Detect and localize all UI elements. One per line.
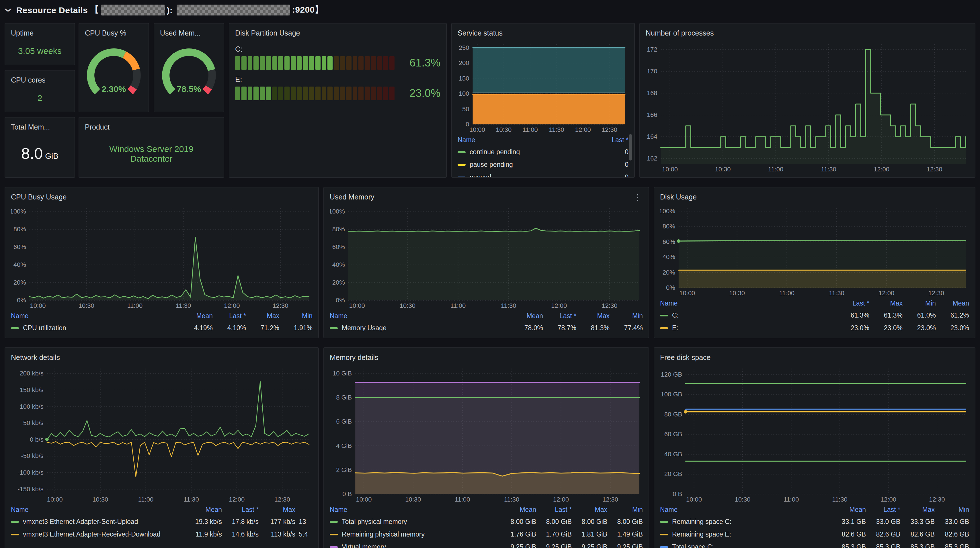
legend-series-name[interactable]: Memory Usage <box>330 324 510 331</box>
y-axis-tick-label: 100 GB <box>661 391 682 398</box>
legend-header[interactable]: Mean <box>185 506 222 513</box>
panel-title[interactable]: Uptime <box>11 29 33 37</box>
disk-usage-chart[interactable]: 100%80%60%40%20%0%10:0010:3011:0011:3012… <box>660 203 969 297</box>
led-bar <box>235 56 396 70</box>
panel-title[interactable]: Free disk space <box>660 354 711 362</box>
series-color-icon <box>660 546 668 548</box>
x-axis-tick-label: 11:30 <box>504 496 519 503</box>
x-axis-tick-label: 11:30 <box>821 166 836 173</box>
legend-scrollbar[interactable] <box>629 134 632 160</box>
legend-series-name[interactable]: Total space C: <box>660 543 832 548</box>
legend-header[interactable]: Min <box>607 506 643 513</box>
legend-series-name[interactable]: Remaining physical memory <box>330 531 501 538</box>
chart-canvas[interactable]: 200 kb/s150 kb/s100 kb/s50 kb/s0 b/s-50 … <box>11 364 312 504</box>
legend-header[interactable]: Mean <box>832 506 866 513</box>
panel-menu-icon[interactable]: ⋮ <box>633 193 643 201</box>
chart-canvas[interactable]: 100%80%60%40%20%0%10:0010:3011:0011:3012… <box>11 203 312 310</box>
legend-header[interactable]: Min <box>609 312 643 319</box>
panel-title[interactable]: Network details <box>11 354 60 362</box>
x-axis-tick-label: 11:00 <box>450 302 466 309</box>
legend-header[interactable]: Last * <box>866 506 900 513</box>
panel-title[interactable]: Product <box>85 123 110 131</box>
legend-series-name[interactable]: Total physical memory <box>330 518 501 525</box>
legend-series-name[interactable]: paused <box>458 174 597 178</box>
memory-details-chart[interactable]: 10 GiB8 GiB6 GiB4 GiB2 GiB0 B10:0010:301… <box>330 364 643 504</box>
chart-canvas[interactable]: 17217016816616416210:0010:3011:0011:3012… <box>646 40 969 174</box>
panel-title[interactable]: Number of processes <box>646 29 714 37</box>
panel-title[interactable]: Total Mem... <box>11 123 50 131</box>
cpu-busy-usage-chart[interactable]: 100%80%60%40%20%0%10:0010:3011:0011:3012… <box>11 203 312 310</box>
panel-title[interactable]: Disk Usage <box>660 193 697 201</box>
y-axis-tick-label: 8 GiB <box>336 394 352 401</box>
panel-title[interactable]: CPU cores <box>11 76 46 84</box>
legend-value: 23.0% <box>936 324 969 331</box>
legend-header[interactable]: Max <box>246 312 279 319</box>
legend-header[interactable]: Name <box>11 312 180 319</box>
legend-series-name[interactable]: E: <box>660 324 836 331</box>
legend-header[interactable]: Name <box>330 506 501 513</box>
legend-header[interactable]: Name <box>11 506 185 513</box>
legend-header[interactable]: Last * <box>597 137 628 143</box>
legend-header[interactable]: Mean <box>510 312 543 319</box>
legend-header[interactable]: Last * <box>213 312 246 319</box>
legend-header[interactable]: Max <box>869 300 903 307</box>
chart-canvas[interactable]: 120 GB100 GB80 GB60 GB40 GB20 GB0 B10:00… <box>660 364 969 504</box>
used-memory-chart[interactable]: 100%80%60%40%20%0%10:0010:3011:0011:3012… <box>330 203 643 310</box>
legend-header[interactable]: Last * <box>536 506 572 513</box>
legend-series-name[interactable]: CPU utilization <box>11 324 180 331</box>
panel-title[interactable]: Used Memory <box>330 193 374 201</box>
legend-row: E:23.0%23.0%23.0%23.0% <box>660 322 969 334</box>
legend-series-name[interactable]: continue pending <box>458 148 597 155</box>
legend-series-name[interactable]: C: <box>660 312 836 319</box>
network-details-chart[interactable]: 200 kb/s150 kb/s100 kb/s50 kb/s0 b/s-50 … <box>11 364 312 504</box>
processes-chart[interactable]: 17217016816616416210:0010:3011:0011:3012… <box>646 40 969 174</box>
legend-series-name[interactable]: Virtual memory <box>330 543 501 548</box>
panel-title[interactable]: Used Mem... <box>160 29 201 37</box>
legend-header[interactable]: Max <box>259 506 295 513</box>
legend-header[interactable]: Mean <box>180 312 213 319</box>
y-axis-tick-label: 6 GiB <box>336 418 352 425</box>
legend-header[interactable]: Max <box>900 506 935 513</box>
network-details-legend: NameMeanLast *Maxvmxnet3 Ethernet Adapte… <box>11 504 312 540</box>
legend-series-name[interactable]: pause pending <box>458 161 597 168</box>
panel-title[interactable]: Memory details <box>330 354 379 362</box>
legend-header[interactable]: Name <box>660 300 836 307</box>
legend-header[interactable]: Min <box>903 300 936 307</box>
service-status-chart[interactable]: 25020015010050010:0010:3011:0011:3012:00… <box>458 40 628 134</box>
legend-header[interactable]: Name <box>660 506 832 513</box>
chevron-down-icon[interactable]: ❯ <box>5 7 12 12</box>
legend-header[interactable]: Mean <box>501 506 536 513</box>
legend-value: 0 <box>597 161 628 168</box>
legend-header[interactable]: Name <box>330 312 510 319</box>
legend-series-name[interactable]: vmxnet3 Ethernet Adapter-Sent-Upload <box>11 518 185 525</box>
panel-title[interactable]: CPU Busy % <box>85 29 126 37</box>
y-axis-tick-label: 0% <box>336 297 345 304</box>
legend-series-name[interactable]: vmxnet3 Ethernet Adapter-Received-Downlo… <box>11 531 185 538</box>
led-cell <box>242 87 247 100</box>
legend-header[interactable]: Min <box>935 506 969 513</box>
legend-series-name[interactable]: Remaining space E: <box>660 531 832 538</box>
legend-value: 23.0% <box>869 324 903 331</box>
panel-title[interactable]: CPU Busy Usage <box>11 193 67 201</box>
led-cell <box>340 56 345 70</box>
chart-canvas[interactable]: 10 GiB8 GiB6 GiB4 GiB2 GiB0 B10:0010:301… <box>330 364 643 504</box>
row-title[interactable]: Resource Details <box>16 5 88 14</box>
legend-header[interactable]: Mean <box>936 300 969 307</box>
legend-header[interactable]: Last * <box>222 506 259 513</box>
legend-header[interactable]: Min <box>279 312 312 319</box>
legend-header[interactable]: Max <box>572 506 607 513</box>
legend-header[interactable]: Last * <box>543 312 576 319</box>
legend-series-name[interactable]: Remaining space C: <box>660 518 832 525</box>
legend-header[interactable]: Last * <box>836 300 869 307</box>
row-header[interactable]: ❯ Resource Details 【): :9200】 <box>0 0 980 19</box>
legend-header[interactable]: Max <box>576 312 609 319</box>
chart-canvas[interactable]: 100%80%60%40%20%0%10:0010:3011:0011:3012… <box>660 203 969 297</box>
panel-title[interactable]: Disk Partition Usage <box>235 29 300 37</box>
chart-canvas[interactable]: 100%80%60%40%20%0%10:0010:3011:0011:3012… <box>330 203 643 310</box>
chart-canvas[interactable]: 25020015010050010:0010:3011:0011:3012:00… <box>458 40 628 134</box>
legend-header[interactable]: Name <box>458 137 597 143</box>
panel-title[interactable]: Service status <box>458 29 503 37</box>
free-disk-chart[interactable]: 120 GB100 GB80 GB60 GB40 GB20 GB0 B10:00… <box>660 364 969 504</box>
x-axis-tick-label: 11:30 <box>501 302 516 309</box>
led-cell <box>285 87 290 100</box>
